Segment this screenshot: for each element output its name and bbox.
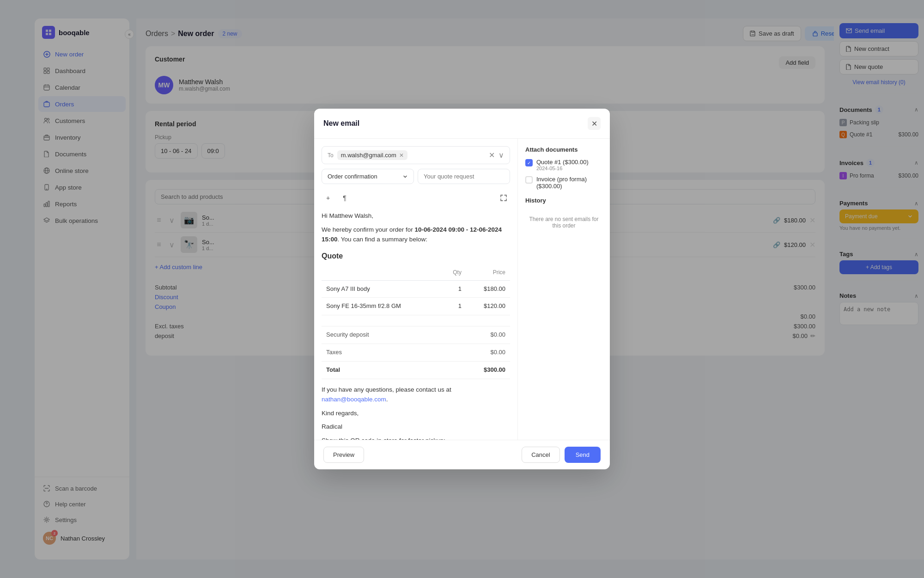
cancel-button[interactable]: Cancel	[522, 447, 559, 463]
taxes-row: Taxes $0.00	[322, 344, 510, 361]
paragraph-button[interactable]: ¶	[338, 191, 351, 204]
subject-row: Order confirmation	[322, 169, 510, 184]
modal-title: New email	[323, 119, 359, 128]
greeting: Hi Matthew Walsh,	[322, 211, 510, 221]
attach-invoice-label: Invoice (pro forma) ($300.00)	[536, 176, 602, 190]
item-price-1: $180.00	[466, 280, 510, 298]
recipient-email: m.walsh@gmail.com	[341, 152, 396, 159]
attach-quote-label: Quote #1 ($300.00)	[536, 159, 589, 166]
security-deposit-row: Security deposit $0.00	[322, 326, 510, 344]
new-email-modal: New email ✕ To m.walsh@gmail.com ✕	[314, 109, 610, 469]
contact-email[interactable]: nathan@booqable.com	[322, 396, 386, 403]
modal-header: New email ✕	[314, 109, 610, 139]
security-deposit-value: $0.00	[466, 326, 510, 344]
modal-body: To m.walsh@gmail.com ✕ ✕ ∨ Order confi	[314, 139, 610, 440]
expand-to-button[interactable]: ∨	[498, 151, 504, 160]
item-name-1: Sony A7 III body	[322, 280, 441, 298]
history-empty-message: There are no sent emails for this order	[525, 209, 602, 236]
history-title: History	[525, 197, 602, 204]
template-label: Order confirmation	[328, 173, 377, 180]
item-qty-1: 1	[441, 280, 466, 298]
send-button[interactable]: Send	[565, 447, 601, 463]
date-range: 10-06-2024 09:00 - 12-06-2024 15:00	[322, 226, 502, 243]
fullscreen-button[interactable]	[497, 191, 510, 204]
modal-footer: Preview Cancel Send	[314, 440, 610, 469]
total-value: $300.00	[466, 361, 510, 379]
fullscreen-icon	[500, 195, 507, 201]
email-body: Hi Matthew Walsh, We hereby confirm your…	[322, 211, 510, 440]
subject-input[interactable]	[418, 169, 510, 184]
table-row-1: Sony A7 III body 1 $180.00	[322, 280, 510, 298]
email-recipient-tag: m.walsh@gmail.com ✕	[337, 150, 407, 160]
item-qty-2: 1	[441, 298, 466, 315]
quote-table: Qty Price Sony A7 III body 1 $180.00	[322, 265, 510, 379]
remove-recipient[interactable]: ✕	[399, 152, 404, 159]
attach-documents-title: Attach documents	[525, 146, 602, 153]
template-chevron-icon	[402, 174, 408, 179]
attach-quote-date: 2024-05-16	[536, 166, 589, 171]
editor-toolbar: + ¶	[322, 189, 510, 207]
regards-line: Kind regards,	[322, 408, 510, 418]
company-name: Radical	[322, 422, 510, 432]
qr-text: Show this QR code in-store for faster pi…	[322, 436, 510, 440]
preview-button[interactable]: Preview	[323, 447, 364, 463]
modal-left-panel: To m.walsh@gmail.com ✕ ✕ ∨ Order confi	[314, 139, 517, 440]
to-label: To	[328, 152, 334, 159]
contact-line: If you have any questions, please contac…	[322, 385, 510, 405]
attach-invoice-item[interactable]: Invoice (pro forma) ($300.00)	[525, 176, 602, 190]
modal-right-panel: Attach documents Quote #1 ($300.00) 2024…	[517, 139, 610, 440]
email-to-actions: ✕ ∨	[489, 151, 504, 160]
quote-heading: Quote	[322, 250, 510, 262]
table-row-2: Sony FE 16-35mm f/2.8 GM 1 $120.00	[322, 298, 510, 315]
col-price: Price	[466, 265, 510, 280]
empty-row	[322, 315, 510, 326]
modal-close-button[interactable]: ✕	[588, 117, 601, 130]
template-select[interactable]: Order confirmation	[322, 169, 414, 184]
attach-invoice-checkbox[interactable]	[525, 176, 533, 184]
modal-overlay[interactable]: New email ✕ To m.walsh@gmail.com ✕	[0, 0, 924, 578]
taxes-value: $0.00	[466, 344, 510, 361]
col-qty: Qty	[441, 265, 466, 280]
item-price-2: $120.00	[466, 298, 510, 315]
attach-quote-item[interactable]: Quote #1 ($300.00) 2024-05-16	[525, 159, 602, 171]
clear-to-button[interactable]: ✕	[489, 151, 495, 160]
security-deposit-label: Security deposit	[322, 326, 441, 344]
total-label: Total	[322, 361, 441, 379]
item-name-2: Sony FE 16-35mm f/2.8 GM	[322, 298, 441, 315]
attach-quote-checkbox[interactable]	[525, 159, 533, 166]
total-row: Total $300.00	[322, 361, 510, 379]
taxes-label: Taxes	[322, 344, 441, 361]
email-intro: We hereby confirm your order for 10-06-2…	[322, 225, 510, 245]
email-to-field: To m.walsh@gmail.com ✕ ✕ ∨	[322, 146, 510, 164]
modal-footer-actions: Cancel Send	[522, 447, 601, 463]
col-item	[322, 265, 441, 280]
insert-button[interactable]: +	[322, 191, 334, 204]
